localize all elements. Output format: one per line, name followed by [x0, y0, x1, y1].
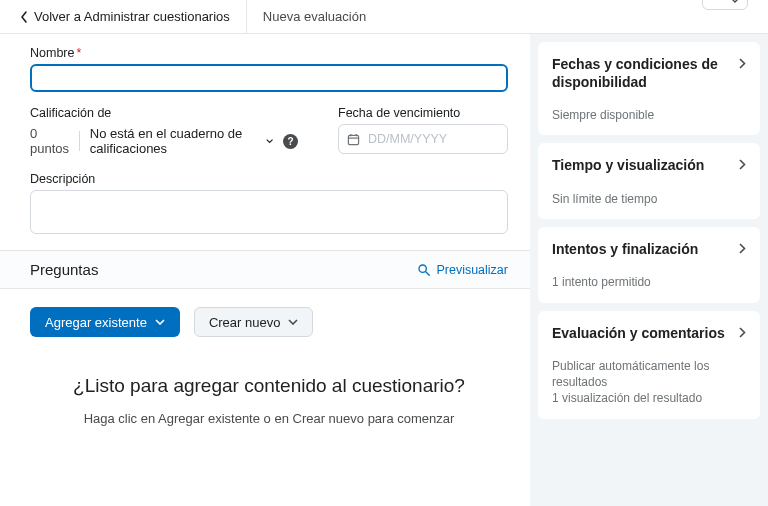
chevron-down-icon: [288, 319, 298, 325]
gradebook-dropdown[interactable]: No está en el cuaderno de calificaciones: [90, 126, 273, 156]
empty-state-sub: Haga clic en Agregar existente o en Crea…: [30, 411, 508, 426]
gradebook-status-label: No está en el cuaderno de calificaciones: [90, 126, 260, 156]
chevron-right-icon: [739, 58, 746, 69]
panel-evaluation[interactable]: Evaluación y comentarios: [552, 325, 746, 343]
settings-sidebar: Fechas y condiciones de disponibilidad S…: [530, 34, 768, 506]
description-input[interactable]: [30, 190, 508, 234]
chevron-right-icon: [739, 327, 746, 338]
description-label: Descripción: [30, 172, 508, 186]
panel-subtext: Siempre disponible: [552, 107, 746, 123]
points-value: 0 puntos: [30, 126, 69, 156]
chevron-down-icon: [266, 138, 273, 144]
caret-down-icon: [731, 0, 739, 3]
panel-subtext: Publicar automáticamente los resultados …: [552, 358, 746, 407]
panel-title: Evaluación y comentarios: [552, 325, 733, 343]
svg-line-5: [426, 271, 430, 275]
panel-title: Tiempo y visualización: [552, 157, 712, 175]
back-link[interactable]: Volver a Administrar cuestionarios: [20, 0, 246, 33]
main-form: Nombre* Calificación de 0 puntos No está…: [0, 34, 530, 506]
grading-label: Calificación de: [30, 106, 298, 120]
panel-subtext: 1 intento permitido: [552, 274, 746, 290]
chevron-left-icon: [20, 11, 28, 23]
divider: [79, 131, 80, 151]
top-dropdown[interactable]: [702, 0, 748, 10]
add-existing-label: Agregar existente: [45, 315, 147, 330]
add-existing-button[interactable]: Agregar existente: [30, 307, 180, 337]
name-label: Nombre*: [30, 46, 508, 60]
calendar-icon: [347, 133, 360, 146]
empty-state-heading: ¿Listo para agregar contenido al cuestio…: [30, 375, 508, 397]
questions-heading: Preguntas: [30, 261, 98, 278]
name-input[interactable]: [30, 64, 508, 92]
panel-timing[interactable]: Tiempo y visualización: [552, 157, 746, 175]
chevron-right-icon: [739, 159, 746, 170]
panel-title: Fechas y condiciones de disponibilidad: [552, 56, 739, 91]
due-date-label: Fecha de vencimiento: [338, 106, 508, 120]
preview-icon: [417, 263, 431, 277]
help-icon[interactable]: ?: [283, 134, 298, 149]
due-date-placeholder: DD/MM/YYYY: [368, 132, 447, 146]
due-date-input[interactable]: DD/MM/YYYY: [338, 124, 508, 154]
panel-subtext: Sin límite de tiempo: [552, 191, 746, 207]
chevron-down-icon: [155, 319, 165, 325]
chevron-right-icon: [739, 243, 746, 254]
create-new-label: Crear nuevo: [209, 315, 281, 330]
svg-rect-0: [348, 135, 358, 144]
panel-attempts[interactable]: Intentos y finalización: [552, 241, 746, 259]
panel-title: Intentos y finalización: [552, 241, 706, 259]
back-label: Volver a Administrar cuestionarios: [34, 9, 230, 24]
preview-label: Previsualizar: [436, 263, 508, 277]
svg-point-4: [419, 265, 426, 272]
panel-availability[interactable]: Fechas y condiciones de disponibilidad: [552, 56, 746, 91]
create-new-button[interactable]: Crear nuevo: [194, 307, 314, 337]
preview-button[interactable]: Previsualizar: [417, 263, 508, 277]
page-title: Nueva evaluación: [247, 9, 366, 24]
